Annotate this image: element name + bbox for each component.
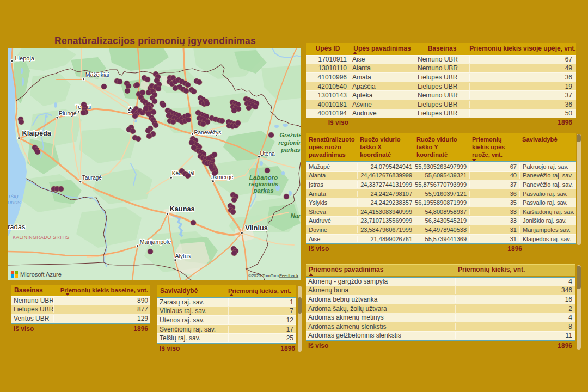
svg-text:Utena: Utena — [260, 151, 275, 157]
svg-text:Kaunas: Kaunas — [170, 205, 195, 213]
svg-text:Labanoro: Labanoro — [249, 174, 278, 181]
svg-text:parkas: parkas — [253, 187, 273, 194]
svg-text:Alytus: Alytus — [175, 253, 191, 259]
svg-text:Klaipėda: Klaipėda — [22, 129, 52, 137]
svg-text:regioninis: regioninis — [249, 181, 279, 187]
svg-text:Liepoja: Liepoja — [15, 55, 35, 62]
svg-text:©2025 TomTom: ©2025 TomTom — [248, 273, 279, 278]
svg-text:Marijampolė: Marijampolė — [140, 238, 171, 245]
svg-text:parkas: parkas — [280, 146, 300, 153]
svg-text:KALININGRADO SRITIS: KALININGRADO SRITIS — [13, 235, 70, 240]
svg-text:regionin: regionin — [278, 139, 301, 146]
svg-text:Feedback: Feedback — [279, 273, 299, 278]
svg-text:Microsoft Azure: Microsoft Azure — [20, 271, 62, 278]
svg-text:orios: orios — [8, 199, 21, 205]
svg-text:Nar: Nar — [291, 212, 301, 219]
svg-text:Gražutė: Gražutė — [280, 132, 301, 138]
svg-text:Vilnius: Vilnius — [245, 224, 268, 232]
svg-text:Tauragė: Tauragė — [82, 175, 102, 181]
svg-text:radas: radas — [8, 223, 26, 231]
svg-text:Mažeikiai: Mažeikiai — [85, 71, 109, 78]
svg-text:Plungė: Plungė — [59, 110, 77, 117]
svg-text:Panevėžys: Panevėžys — [194, 130, 222, 136]
